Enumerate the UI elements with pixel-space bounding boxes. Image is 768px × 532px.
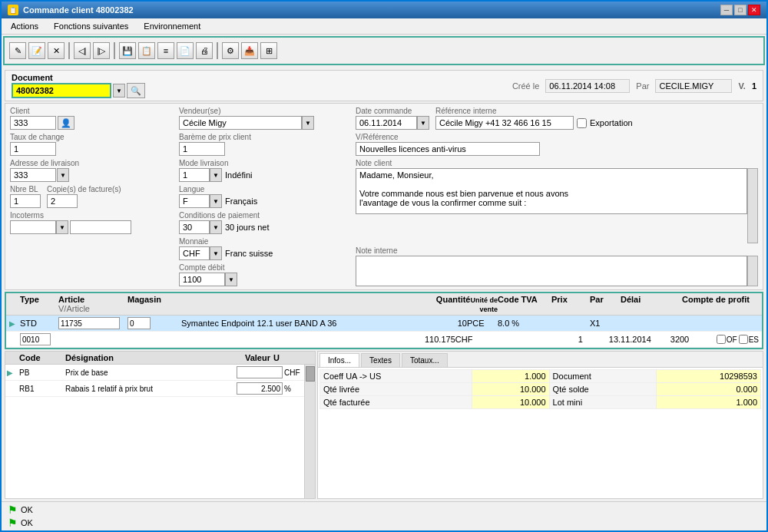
adresse-input[interactable] (10, 168, 56, 182)
doc-dropdown[interactable]: ▼ (113, 84, 125, 97)
incoterms-input2[interactable] (70, 220, 131, 234)
status-text-2: OK (21, 518, 33, 527)
note-interne-textarea[interactable] (356, 256, 747, 286)
subrow-compte: 3200 (670, 335, 717, 344)
nbre-bl-input[interactable] (10, 194, 41, 208)
ref-group: Référence interne Exportation (435, 107, 758, 130)
info-label-document: Document (549, 370, 656, 383)
incoterms-input1[interactable] (10, 220, 56, 234)
of-checkbox[interactable] (717, 335, 726, 344)
toolbar-print[interactable]: 🖨 (196, 42, 213, 59)
toolbar-list[interactable]: ≡ (157, 42, 174, 59)
toolbar-save[interactable]: 💾 (119, 42, 136, 59)
mode-livraison-input[interactable] (179, 168, 210, 182)
toolbar-plus[interactable]: ⊞ (260, 42, 277, 59)
rb1-valeur-input[interactable] (237, 382, 283, 395)
order-table: Type ArticleV/Article Magasin QuantitéUn… (5, 292, 763, 349)
subrow-par: 1 (578, 335, 609, 344)
bareme-label: Barème de prix client (179, 133, 349, 141)
taux-input[interactable] (10, 142, 56, 156)
toolbar-delete[interactable]: ✕ (48, 42, 65, 59)
langue-text: Français (225, 197, 257, 206)
exportation-checkbox[interactable] (577, 118, 587, 128)
close-button[interactable]: ✕ (748, 5, 760, 15)
vref-group: V/Référence (356, 133, 758, 156)
tab-infos[interactable]: Infos... (319, 353, 359, 367)
adresse-dropdown[interactable]: ▼ (57, 168, 69, 182)
conditions-nav-arrow[interactable]: ▶ (7, 368, 18, 377)
table-header-par: Par (590, 295, 621, 313)
toolbar-prev[interactable]: ◁| (74, 42, 91, 59)
langue-dropdown[interactable]: ▼ (210, 194, 222, 208)
doc-search-btn[interactable]: 🔍 (127, 83, 145, 98)
monnaie-input[interactable] (179, 246, 210, 260)
menu-actions[interactable]: Actions (5, 20, 45, 32)
date-dropdown[interactable]: ▼ (417, 116, 429, 130)
exportation-label: Exportation (590, 118, 633, 127)
tab-totaux[interactable]: Totaux... (402, 353, 448, 367)
ref-input[interactable] (435, 116, 574, 130)
copies-input[interactable] (47, 194, 78, 208)
tabs-container: Infos... Textes Totaux... (318, 352, 763, 368)
toolbar-copy[interactable]: 📋 (138, 42, 155, 59)
client-label: Client (10, 107, 173, 115)
pb-valeur-input[interactable] (237, 366, 283, 378)
app-icon: 📋 (8, 5, 18, 15)
compte-debit-input[interactable] (179, 273, 225, 286)
toolbar-edit[interactable]: 📝 (28, 42, 45, 59)
info-label-qte-livree: Qté livrée (320, 383, 472, 396)
tab-content: Coeff UA -> US 1.000 Document 10298593 Q… (318, 368, 763, 498)
compte-debit-dropdown[interactable]: ▼ (225, 273, 237, 286)
maximize-button[interactable]: □ (734, 5, 746, 15)
date-input[interactable] (356, 116, 417, 130)
incoterms-dropdown[interactable]: ▼ (56, 220, 68, 234)
row-magasin (127, 317, 181, 329)
conditions-col-designation: Désignation (64, 353, 218, 362)
doc-label: Document (12, 73, 145, 82)
note-interne-scrollbar[interactable] (747, 256, 758, 286)
row-nav-arrow[interactable]: ▶ (9, 319, 20, 328)
status-text-1: OK (21, 505, 33, 514)
date-label: Date commande (356, 107, 429, 115)
note-client-scrollbar[interactable] (747, 168, 758, 243)
client-search-btn[interactable]: 👤 (58, 116, 74, 130)
table-nav-col (9, 295, 20, 313)
vendeur-input[interactable] (179, 116, 302, 130)
vendeur-dropdown[interactable]: ▼ (302, 116, 314, 130)
note-client-textarea[interactable]: Madame, Monsieur, Votre commande nous es… (356, 168, 747, 214)
monnaie-dropdown[interactable]: ▼ (210, 246, 222, 260)
toolbar-doc[interactable]: 📄 (177, 42, 194, 59)
vref-input[interactable] (356, 142, 540, 156)
bareme-input[interactable] (179, 142, 225, 156)
row-par: X1 (590, 319, 621, 328)
conditions-scrollbar-thumb (306, 366, 315, 382)
conditions-rows: ▶ PB Prix de base CHF RB1 Rabais 1 relat… (5, 365, 315, 498)
conditions-input[interactable] (179, 220, 210, 234)
table-header-delai: Délai (621, 295, 682, 313)
menu-fonctions[interactable]: Fonctions suivantes (48, 20, 134, 32)
toolbar-new[interactable]: ✎ (9, 42, 26, 59)
row-article-input[interactable] (58, 317, 120, 329)
tab-textes[interactable]: Textes (361, 353, 400, 367)
info-value-qte-solde: 0.000 (656, 383, 760, 396)
row-magasin-input[interactable] (127, 317, 151, 329)
es-checkbox[interactable] (739, 335, 748, 344)
toolbar-settings[interactable]: ⚙ (222, 42, 239, 59)
conditions-dropdown[interactable]: ▼ (210, 220, 222, 234)
vendeur-label: Vendeur(se) (179, 107, 349, 115)
ref-label: Référence interne (435, 107, 758, 115)
mode-livraison-label: Mode livraison (179, 159, 349, 167)
toolbar-next[interactable]: |▷ (93, 42, 110, 59)
conditions-text: 30 jours net (225, 223, 269, 232)
menu-environnement[interactable]: Environnement (137, 20, 207, 32)
langue-input[interactable] (179, 194, 210, 208)
document-input[interactable] (12, 83, 111, 98)
mode-livraison-dropdown[interactable]: ▼ (210, 168, 222, 182)
conditions-scrollbar[interactable] (304, 365, 315, 498)
minimize-button[interactable]: ─ (720, 5, 733, 15)
client-input[interactable] (10, 116, 56, 130)
subrow-type: 0010 (20, 333, 58, 345)
toolbar-import[interactable]: 📥 (241, 42, 258, 59)
taux-group: Taux de change (10, 133, 173, 156)
subrow-delai: 13.11.2014 (609, 335, 670, 344)
